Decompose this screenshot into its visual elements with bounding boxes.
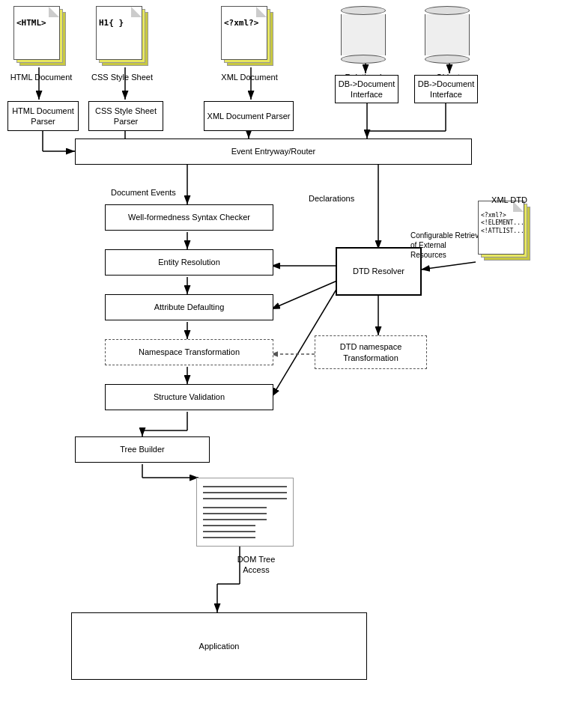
application-label: Application [199, 641, 240, 651]
doc-events-label: Document Events [111, 187, 176, 198]
wellformedness-box: Well-formedness Syntax Checker [105, 204, 273, 231]
html-doc-label: HTML Document [7, 72, 75, 82]
css-parser-label: CSS Style Sheet Parser [89, 106, 163, 127]
dtd-resolver-box: DTD Resolver [336, 247, 422, 296]
svg-line-33 [271, 281, 337, 309]
dtd-namespace-label: DTD namespace Transformation [315, 341, 426, 363]
db-interface-1-box: DB->Document Interface [335, 75, 398, 103]
attribute-defaulting-label: Attribute Defaulting [154, 302, 225, 312]
db-interface-1-label: DB->Document Interface [336, 79, 398, 100]
event-router-box: Event Entryway/Router [75, 139, 472, 165]
object-store-icon [425, 6, 470, 64]
css-doc-content: H1{ } [99, 17, 139, 28]
wellformedness-label: Well-formedness Syntax Checker [128, 212, 250, 222]
html-parser-box: HTML Document Parser [7, 101, 79, 131]
namespace-transform-label: Namespace Transformation [139, 347, 240, 357]
attribute-defaulting-box: Attribute Defaulting [105, 294, 273, 320]
html-doc-content: <HTML> [16, 17, 57, 28]
svg-line-35 [421, 262, 476, 270]
html-parser-label: HTML Document Parser [8, 106, 78, 127]
tree-builder-label: Tree Builder [120, 444, 165, 454]
dtd-namespace-box: DTD namespace Transformation [315, 335, 427, 369]
db-interface-2-label: DB->Document Interface [415, 79, 477, 100]
tree-builder-box: Tree Builder [75, 436, 210, 463]
entity-resolution-box: Entity Resolution [105, 249, 273, 276]
xml-doc-label: XML Document [216, 72, 283, 82]
application-box: Application [71, 612, 367, 680]
dom-tree-label: DOM TreeAccess [226, 554, 286, 576]
architecture-diagram: <HTML> HTML Document H1{ } CSS Style She… [0, 0, 588, 703]
dom-tree-visual [196, 478, 294, 547]
xml-parser-box: XML Document Parser [204, 101, 294, 131]
structure-validation-label: Structure Validation [154, 392, 225, 402]
xml-doc-content: <?xml?> [224, 17, 264, 28]
xml-parser-label: XML Document Parser [207, 111, 291, 121]
declarations-label: Declarations [309, 193, 354, 204]
db-interface-2-box: DB->Document Interface [414, 75, 478, 103]
dtd-resolver-label: DTD Resolver [353, 266, 404, 276]
entity-resolution-label: Entity Resolution [158, 257, 220, 267]
relational-database-icon [341, 6, 386, 64]
namespace-transform-box: Namespace Transformation [105, 339, 273, 365]
xml-dtd-content: <?xml?><!ELEMENT...<!ATTLIST... [481, 212, 521, 235]
xml-dtd-label: XML DTD [483, 195, 536, 205]
structure-validation-box: Structure Validation [105, 384, 273, 410]
css-parser-box: CSS Style Sheet Parser [88, 101, 163, 131]
event-router-label: Event Entryway/Router [231, 146, 316, 156]
css-doc-label: CSS Style Sheet [88, 72, 156, 82]
